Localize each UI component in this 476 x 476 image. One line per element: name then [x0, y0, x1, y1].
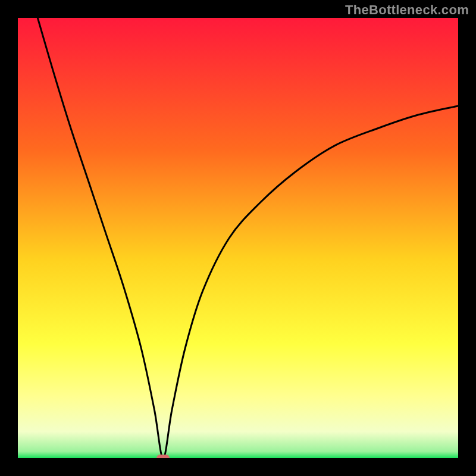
- chart-svg: [18, 18, 458, 458]
- optimum-marker: [156, 455, 170, 458]
- plot-area: [18, 18, 458, 458]
- attribution-label: TheBottleneck.com: [345, 2, 469, 18]
- gradient-background: [18, 18, 458, 458]
- chart-frame: TheBottleneck.com: [0, 0, 476, 476]
